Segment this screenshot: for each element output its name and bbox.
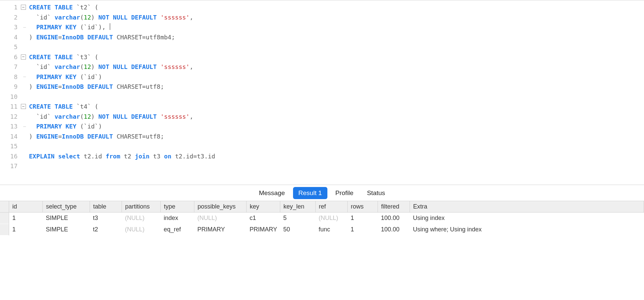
token-plain	[73, 4, 76, 11]
cell-possible_keys[interactable]: PRIMARY	[194, 224, 246, 235]
cell-key[interactable]: c1	[246, 213, 280, 224]
code-line[interactable]: 2 `id` varchar(12) NOT NULL DEFAULT 'sss…	[0, 12, 644, 23]
code-line[interactable]: 8 PRIMARY KEY (`id`)	[0, 72, 644, 82]
code-content[interactable]: `id` varchar(12) NOT NULL DEFAULT 'sssss…	[28, 62, 644, 72]
table-row[interactable]: 1SIMPLEt3(NULL)index(NULL)c15(NULL)1100.…	[0, 213, 644, 224]
token-punct: (	[95, 53, 98, 61]
col-extra[interactable]: Extra	[410, 201, 644, 213]
cell-table[interactable]: t3	[90, 213, 122, 224]
cell-type[interactable]: index	[160, 213, 194, 224]
line-number: 13	[0, 121, 20, 132]
col-possible_keys[interactable]: possible_keys	[194, 201, 246, 213]
cell-extra[interactable]: Using index	[410, 213, 644, 224]
token-plain	[80, 153, 84, 160]
col-filtered[interactable]: filtered	[378, 201, 410, 213]
cell-ref[interactable]: func	[315, 224, 347, 235]
token-kw: from	[106, 153, 120, 160]
token-punct: =	[58, 34, 62, 41]
code-content[interactable]: CREATE TABLE `t3` (	[28, 52, 644, 62]
cell-id[interactable]: 1	[9, 213, 42, 224]
code-line[interactable]: 7 `id` varchar(12) NOT NULL DEFAULT 'sss…	[0, 62, 644, 72]
cell-ref[interactable]: (NULL)	[315, 213, 347, 224]
token-punct: ;	[160, 83, 164, 90]
row-header[interactable]	[0, 213, 9, 224]
token-plain	[33, 133, 36, 140]
token-plain	[51, 14, 55, 21]
code-line[interactable]: 1−CREATE TABLE `t2` (	[0, 2, 644, 12]
col-rows[interactable]: rows	[347, 201, 378, 213]
tab-result-1[interactable]: Result 1	[293, 187, 327, 199]
cell-key_len[interactable]: 50	[280, 224, 315, 235]
token-plain	[157, 14, 160, 21]
code-line[interactable]: 15	[0, 141, 644, 151]
cell-select_type[interactable]: SIMPLE	[42, 224, 90, 235]
token-plain: id	[95, 153, 102, 160]
code-line[interactable]: 17	[0, 161, 644, 171]
token-plain: utf8	[146, 133, 160, 140]
cell-filtered[interactable]: 100.00	[378, 213, 410, 224]
code-line[interactable]: 3 PRIMARY KEY (`id`),	[0, 22, 644, 32]
token-punct: )	[91, 113, 95, 120]
code-line[interactable]: 9) ENGINE=InnoDB DEFAULT CHARSET=utf8;	[0, 82, 644, 92]
cell-extra[interactable]: Using where; Using index	[410, 224, 644, 235]
token-kw: KEY	[65, 73, 76, 80]
table-row[interactable]: 1SIMPLEt2(NULL)eq_refPRIMARYPRIMARY50fun…	[0, 224, 644, 235]
code-line[interactable]: 13 PRIMARY KEY (`id`)	[0, 121, 644, 132]
cell-select_type[interactable]: SIMPLE	[42, 213, 90, 224]
col-id[interactable]: id	[9, 201, 42, 213]
line-number: 15	[0, 141, 20, 151]
code-line[interactable]: 16EXPLAIN select t2.id from t2 join t3 o…	[0, 151, 644, 161]
col-ref[interactable]: ref	[315, 201, 347, 213]
code-content[interactable]: PRIMARY KEY (`id`)	[28, 72, 644, 82]
token-punct: (	[95, 4, 98, 11]
fold-toggle-icon[interactable]: −	[21, 5, 26, 10]
code-content[interactable]: ) ENGINE=InnoDB DEFAULT CHARSET=utf8;	[28, 132, 644, 142]
code-content[interactable]: CREATE TABLE `t4` (	[28, 102, 644, 112]
cell-partitions[interactable]: (NULL)	[122, 213, 160, 224]
token-plain: t2	[175, 153, 183, 160]
cell-type[interactable]: eq_ref	[160, 224, 194, 235]
fold-toggle-icon[interactable]: −	[21, 104, 26, 109]
code-content[interactable]: EXPLAIN select t2.id from t2 join t3 on …	[28, 151, 644, 161]
col-type[interactable]: type	[160, 201, 194, 213]
token-kw: NULL	[113, 113, 127, 120]
fold-toggle-icon[interactable]: −	[21, 54, 26, 60]
cell-rows[interactable]: 1	[347, 213, 378, 224]
cell-key_len[interactable]: 5	[280, 213, 315, 224]
code-line[interactable]: 14) ENGINE=InnoDB DEFAULT CHARSET=utf8;	[0, 132, 644, 142]
code-content[interactable]: PRIMARY KEY (`id`)	[28, 121, 644, 132]
code-line[interactable]: 12 `id` varchar(12) NOT NULL DEFAULT 'ss…	[0, 112, 644, 122]
code-content[interactable]: ) ENGINE=InnoDB DEFAULT CHARSET=utf8;	[28, 82, 644, 92]
col-key[interactable]: key	[246, 201, 280, 213]
code-line[interactable]: 4) ENGINE=InnoDB DEFAULT CHARSET=utf8mb4…	[0, 32, 644, 42]
code-line[interactable]: 5	[0, 42, 644, 52]
token-plain	[128, 14, 131, 21]
code-content[interactable]: PRIMARY KEY (`id`),	[28, 22, 644, 32]
code-content[interactable]: `id` varchar(12) NOT NULL DEFAULT 'sssss…	[28, 112, 644, 122]
token-punct: =	[58, 133, 62, 140]
token-plain	[51, 103, 55, 110]
code-content[interactable]: CREATE TABLE `t2` (	[28, 2, 644, 12]
code-line[interactable]: 11−CREATE TABLE `t4` (	[0, 102, 644, 112]
code-line[interactable]: 6−CREATE TABLE `t3` (	[0, 52, 644, 62]
tab-status[interactable]: Status	[361, 187, 390, 199]
token-plain	[120, 153, 124, 160]
code-content[interactable]: ) ENGINE=InnoDB DEFAULT CHARSET=utf8mb4;	[28, 32, 644, 42]
col-select_type[interactable]: select_type	[42, 201, 90, 213]
cell-possible_keys[interactable]: (NULL)	[194, 213, 246, 224]
cell-table[interactable]: t2	[90, 224, 122, 235]
code-content[interactable]: `id` varchar(12) NOT NULL DEFAULT 'sssss…	[28, 12, 644, 23]
col-partitions[interactable]: partitions	[122, 201, 160, 213]
col-table[interactable]: table	[90, 201, 122, 213]
cell-key[interactable]: PRIMARY	[246, 224, 280, 235]
sql-editor[interactable]: 1−CREATE TABLE `t2` (2 `id` varchar(12) …	[0, 0, 644, 185]
tab-message[interactable]: Message	[254, 187, 290, 199]
cell-partitions[interactable]: (NULL)	[122, 224, 160, 235]
col-key_len[interactable]: key_len	[280, 201, 315, 213]
cell-rows[interactable]: 1	[347, 224, 378, 235]
tab-profile[interactable]: Profile	[330, 187, 359, 199]
cell-filtered[interactable]: 100.00	[378, 224, 410, 235]
code-line[interactable]: 10	[0, 92, 644, 102]
row-header[interactable]	[0, 224, 9, 235]
cell-id[interactable]: 1	[9, 224, 42, 235]
